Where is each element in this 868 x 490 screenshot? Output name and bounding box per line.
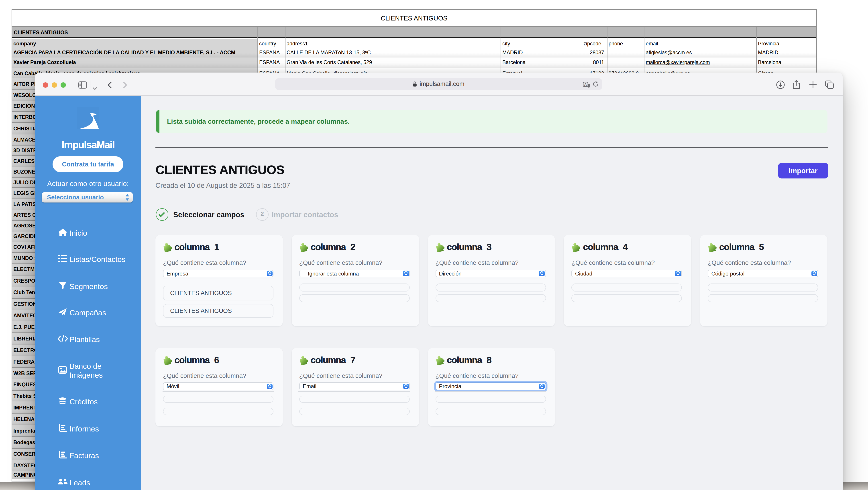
svg-text:A: A [584,82,587,86]
